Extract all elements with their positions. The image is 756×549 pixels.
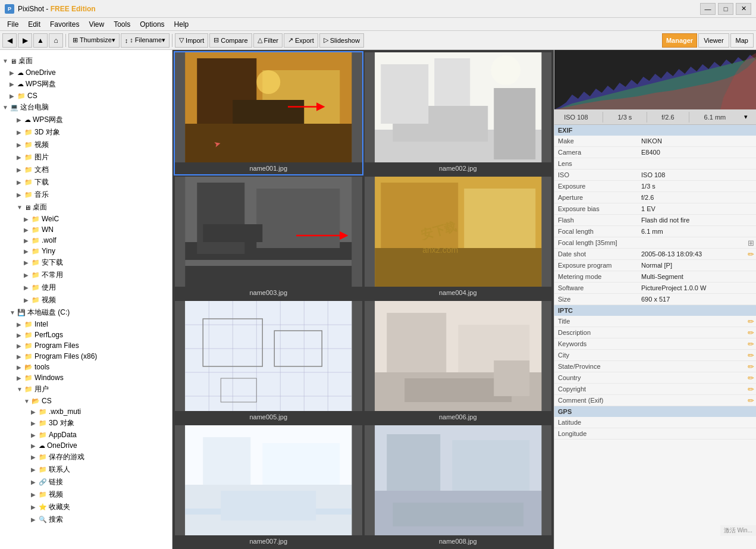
filter-button[interactable]: △ Filter: [253, 33, 283, 48]
sidebar-item-25[interactable]: ▶📁Program Files (x86): [0, 351, 172, 362]
slideshow-button[interactable]: ▷ Slideshow: [319, 33, 364, 48]
sidebar-item-8[interactable]: ▶📁图片: [0, 151, 172, 164]
sidebar-item-35[interactable]: ▶📁联系人: [0, 463, 172, 476]
sidebar-item-32[interactable]: ▶📁AppData: [0, 429, 172, 440]
menu-item-help[interactable]: Help: [170, 19, 194, 30]
sidebar-item-6[interactable]: ▶📁3D 对象: [0, 126, 172, 139]
expand-icon[interactable]: ▶: [10, 93, 15, 99]
expand-icon[interactable]: ▶: [10, 81, 15, 87]
menu-item-view[interactable]: View: [84, 19, 109, 30]
thumbnail-item-3[interactable]: 安下载 anxz.com name004.jpg: [365, 177, 552, 299]
sidebar-item-37[interactable]: ▶📁视频: [0, 488, 172, 501]
sidebar-item-30[interactable]: ▶📁.wxb_muti: [0, 406, 172, 417]
expand-icon[interactable]: ▶: [17, 167, 23, 173]
minimize-button[interactable]: —: [700, 3, 716, 15]
sidebar-item-16[interactable]: ▶📁Yiny: [0, 246, 172, 256]
iptc-edit-btn-2[interactable]: ✏: [745, 338, 756, 349]
exif-bar-expand[interactable]: ▾: [741, 113, 751, 121]
thumbnail-item-6[interactable]: name007.jpg: [175, 425, 362, 547]
expand-icon[interactable]: ▶: [24, 259, 30, 266]
thumbnail-grid[interactable]: ➤ name001.jpg name002.jpg name003.jpg: [172, 50, 554, 549]
expand-icon[interactable]: ▶: [17, 332, 23, 338]
expand-icon[interactable]: ▶: [24, 248, 30, 255]
thumbnail-item-5[interactable]: name006.jpg: [365, 301, 552, 423]
sidebar-item-36[interactable]: ▶🔗链接: [0, 476, 172, 488]
iptc-edit-btn-3[interactable]: ✏: [745, 350, 756, 360]
expand-icon[interactable]: ▼: [17, 204, 23, 211]
expand-icon[interactable]: ▼: [24, 398, 30, 404]
expand-icon[interactable]: ▶: [17, 117, 23, 123]
expand-icon[interactable]: ▶: [17, 142, 23, 148]
expand-icon[interactable]: ▶: [31, 409, 37, 415]
export-button[interactable]: ↗ Export: [284, 33, 318, 48]
thumbnail-item-1[interactable]: name002.jpg: [365, 52, 552, 174]
expand-icon[interactable]: ▶: [24, 297, 30, 303]
sidebar-item-5[interactable]: ▶☁WPS网盘: [0, 114, 172, 126]
sidebar-item-14[interactable]: ▶📁WN: [0, 224, 172, 235]
sidebar-item-7[interactable]: ▶📁视频: [0, 139, 172, 151]
sidebar-item-13[interactable]: ▶📁WeiC: [0, 214, 172, 224]
home-button[interactable]: ⌂: [49, 33, 63, 48]
compare-button[interactable]: ⊟ Compare: [209, 33, 252, 48]
exif-edit-btn-10[interactable]: ✏: [745, 249, 756, 259]
menu-item-favorites[interactable]: Favorites: [45, 19, 84, 30]
expand-icon[interactable]: ▼: [17, 386, 23, 393]
sidebar-item-12[interactable]: ▼🖥桌面: [0, 201, 172, 214]
expand-icon[interactable]: ▶: [31, 432, 37, 438]
sidebar-item-23[interactable]: ▶📁PerfLogs: [0, 330, 172, 340]
sidebar-item-9[interactable]: ▶📁文档: [0, 164, 172, 176]
sidebar-item-22[interactable]: ▶📁Intel: [0, 319, 172, 330]
expand-icon[interactable]: ▶: [24, 272, 30, 278]
maximize-button[interactable]: □: [718, 3, 733, 15]
expand-icon[interactable]: ▶: [24, 284, 30, 291]
expand-icon[interactable]: ▶: [17, 154, 23, 161]
expand-icon[interactable]: ▶: [31, 443, 37, 449]
expand-icon[interactable]: ▶: [31, 516, 37, 523]
thumbnail-item-2[interactable]: name003.jpg: [175, 177, 362, 299]
thumbnail-item-0[interactable]: ➤ name001.jpg: [175, 52, 362, 174]
sidebar-item-10[interactable]: ▶📁下载: [0, 176, 172, 189]
sidebar-item-29[interactable]: ▼📂CS: [0, 396, 172, 406]
menu-item-tools[interactable]: Tools: [109, 19, 135, 30]
expand-icon[interactable]: ▶: [31, 491, 37, 498]
expand-icon[interactable]: ▶: [31, 479, 37, 485]
expand-icon[interactable]: ▶: [10, 70, 15, 76]
expand-icon[interactable]: ▶: [31, 504, 37, 510]
close-button[interactable]: ✕: [736, 3, 751, 15]
filename-button[interactable]: ↕ ↕ Filename▾: [121, 33, 170, 48]
manager-button[interactable]: Manager: [662, 33, 697, 48]
forward-button[interactable]: ▶: [18, 33, 32, 48]
thumbnail-item-4[interactable]: name005.jpg: [175, 301, 362, 423]
sidebar-item-11[interactable]: ▶📁音乐: [0, 189, 172, 201]
sidebar-item-27[interactable]: ▶📁Windows: [0, 372, 172, 383]
sidebar-item-31[interactable]: ▶📁3D 对象: [0, 417, 172, 429]
back-button[interactable]: ◀: [2, 33, 17, 48]
exif-focal35-btn[interactable]: ⊞: [745, 237, 756, 248]
sidebar-item-17[interactable]: ▶📁安下载: [0, 256, 172, 269]
iptc-edit-btn-5[interactable]: ✏: [745, 372, 756, 383]
iptc-edit-btn-7[interactable]: ✏: [745, 395, 756, 406]
sidebar-item-21[interactable]: ▼💾本地磁盘 (C:): [0, 306, 172, 319]
menu-item-file[interactable]: File: [2, 19, 23, 30]
expand-icon[interactable]: ▶: [17, 353, 23, 360]
expand-icon[interactable]: ▶: [24, 237, 30, 244]
expand-icon[interactable]: ▶: [24, 216, 30, 222]
sidebar-item-19[interactable]: ▶📁使用: [0, 281, 172, 294]
menu-item-edit[interactable]: Edit: [23, 19, 45, 30]
import-button[interactable]: ▽ Import: [175, 33, 208, 48]
expand-icon[interactable]: ▼: [2, 58, 8, 64]
iptc-edit-btn-1[interactable]: ✏: [745, 327, 756, 338]
sidebar-item-2[interactable]: ▶☁WPS网盘: [0, 78, 172, 90]
sidebar-item-38[interactable]: ▶⭐收藏夹: [0, 501, 172, 513]
sidebar-item-4[interactable]: ▼💻这台电脑: [0, 101, 172, 114]
viewer-button[interactable]: Viewer: [698, 33, 729, 48]
menu-item-options[interactable]: Options: [135, 19, 169, 30]
iptc-edit-btn-0[interactable]: ✏: [745, 316, 756, 327]
sidebar-item-0[interactable]: ▼🖥桌面: [0, 55, 172, 67]
expand-icon[interactable]: ▶: [17, 129, 23, 136]
expand-icon[interactable]: ▶: [17, 192, 23, 198]
expand-icon[interactable]: ▶: [31, 420, 37, 426]
expand-icon[interactable]: ▶: [17, 364, 23, 371]
expand-icon[interactable]: ▶: [24, 227, 30, 233]
sidebar-item-24[interactable]: ▶📁Program Files: [0, 340, 172, 351]
